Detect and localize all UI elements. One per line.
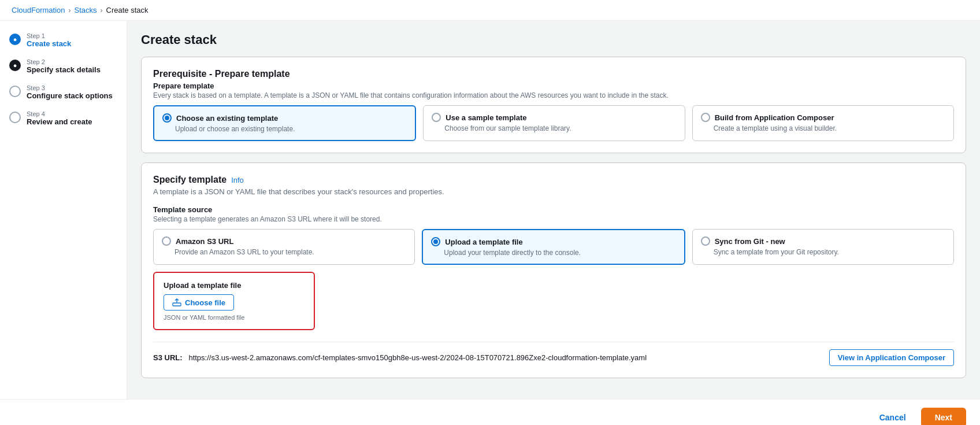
option-composer-desc: Create a template using a visual builder… — [714, 124, 945, 132]
footer: Cancel Next — [0, 399, 980, 425]
step-label-group-1: Step 1 Create stack — [27, 32, 71, 48]
radio-git — [701, 236, 710, 246]
step-circle-4 — [9, 112, 21, 123]
option-composer-header: Build from Application Composer — [701, 113, 945, 122]
radio-upload — [431, 237, 440, 246]
choose-file-label: Choose file — [185, 298, 225, 307]
breadcrumb-stacks[interactable]: Stacks — [75, 6, 97, 14]
specify-template-desc: A template is a JSON or YAML file that d… — [153, 187, 954, 196]
sidebar: ● Step 1 Create stack ● Step 2 Specify s… — [0, 21, 127, 399]
step-name-2[interactable]: Specify stack details — [27, 65, 101, 74]
step-circle-2: ● — [9, 60, 21, 71]
step-item-1: ● Step 1 Create stack — [9, 32, 117, 48]
step-name-3[interactable]: Configure stack options — [27, 91, 113, 100]
option-sample-header: Use a sample template — [432, 113, 676, 122]
s3-url-label: S3 URL: https://s3.us-west-2.amazonaws.c… — [153, 353, 647, 362]
info-link[interactable]: Info — [231, 176, 244, 184]
step-item-2: ● Step 2 Specify stack details — [9, 58, 117, 74]
s3-url-row: S3 URL: https://s3.us-west-2.amazonaws.c… — [153, 342, 954, 366]
upload-icon — [172, 298, 181, 307]
radio-existing — [162, 113, 172, 123]
option-sample-template[interactable]: Use a sample template Choose from our sa… — [423, 105, 685, 141]
option-git-title: Sync from Git - new — [715, 237, 785, 246]
template-source-options: Amazon S3 URL Provide an Amazon S3 URL t… — [153, 229, 954, 265]
s3-url-value: https://s3.us-west-2.amazonaws.com/cf-te… — [188, 353, 647, 362]
separator-1: › — [69, 6, 71, 14]
prepare-template-options: Choose an existing template Upload or ch… — [153, 105, 954, 141]
step-circle-3 — [9, 86, 21, 97]
option-s3url-title: Amazon S3 URL — [176, 237, 233, 246]
page-title: Create stack — [141, 32, 966, 47]
option-upload-desc: Upload your template directly to the con… — [444, 249, 675, 257]
next-button[interactable]: Next — [921, 408, 966, 425]
specify-template-card: Specify template Info A template is a JS… — [141, 162, 966, 378]
option-s3url-header: Amazon S3 URL — [162, 236, 406, 246]
option-s3url[interactable]: Amazon S3 URL Provide an Amazon S3 URL t… — [153, 229, 415, 265]
breadcrumb-cloudformation[interactable]: CloudFormation — [12, 6, 65, 14]
breadcrumb: CloudFormation › Stacks › Create stack — [0, 0, 980, 21]
cancel-button[interactable]: Cancel — [874, 409, 912, 425]
option-upload-header: Upload a template file — [431, 237, 675, 246]
option-sample-title: Use a sample template — [446, 113, 526, 122]
specify-template-title: Specify template — [153, 175, 227, 185]
option-sample-desc: Choose from our sample template library. — [444, 124, 676, 132]
step-item-4: Step 4 Review and create — [9, 110, 117, 126]
page-wrapper: CloudFormation › Stacks › Create stack ●… — [0, 0, 980, 425]
s3-url-prefix: S3 URL: — [153, 353, 183, 362]
step-label-group-4: Step 4 Review and create — [27, 110, 92, 126]
main-layout: ● Step 1 Create stack ● Step 2 Specify s… — [0, 21, 980, 399]
step-item-3: Step 3 Configure stack options — [9, 84, 117, 100]
step-circle-inner-2: ● — [13, 62, 17, 69]
step-number-2: Step 2 — [27, 58, 101, 65]
option-existing-header: Choose an existing template — [162, 113, 407, 123]
radio-s3url — [162, 236, 171, 246]
option-composer-template[interactable]: Build from Application Composer Create a… — [692, 105, 954, 141]
step-name-4[interactable]: Review and create — [27, 117, 92, 126]
radio-composer — [701, 113, 710, 122]
specify-title-row: Specify template Info — [153, 175, 954, 185]
step-label-group-3: Step 3 Configure stack options — [27, 84, 113, 100]
radio-sample — [432, 113, 441, 122]
option-git-header: Sync from Git - new — [701, 236, 945, 246]
breadcrumb-current: Create stack — [106, 6, 149, 14]
step-number-3: Step 3 — [27, 84, 113, 91]
template-source-label: Template source — [153, 205, 954, 214]
choose-file-button[interactable]: Choose file — [164, 294, 234, 311]
option-git-desc: Sync a template from your Git repository… — [714, 248, 945, 256]
option-existing-title: Choose an existing template — [176, 114, 278, 123]
step-label-group-2: Step 2 Specify stack details — [27, 58, 101, 74]
option-s3url-desc: Provide an Amazon S3 URL to your templat… — [175, 248, 406, 256]
upload-template-box: Upload a template file Choose file JSON … — [153, 272, 315, 330]
option-upload-file[interactable]: Upload a template file Upload your templ… — [422, 229, 685, 265]
prerequisite-card: Prerequisite - Prepare template Prepare … — [141, 57, 966, 153]
view-in-application-composer-button[interactable]: View in Application Composer — [829, 349, 954, 366]
option-existing-template[interactable]: Choose an existing template Upload or ch… — [153, 105, 416, 141]
option-upload-title: Upload a template file — [445, 238, 522, 246]
separator-2: › — [101, 6, 103, 14]
content-area: Create stack Prerequisite - Prepare temp… — [127, 21, 980, 399]
option-existing-desc: Upload or choose an existing template. — [175, 125, 407, 133]
step-circle-1: ● — [9, 34, 21, 45]
upload-box-title: Upload a template file — [164, 281, 305, 290]
option-composer-title: Build from Application Composer — [715, 113, 834, 122]
upload-hint: JSON or YAML formatted file — [164, 314, 305, 321]
step-name-1[interactable]: Create stack — [27, 39, 71, 48]
step-number-1: Step 1 — [27, 32, 71, 39]
prepare-template-desc: Every stack is based on a template. A te… — [153, 91, 954, 99]
option-sync-git[interactable]: Sync from Git - new Sync a template from… — [692, 229, 954, 265]
template-source-desc: Selecting a template generates an Amazon… — [153, 215, 954, 223]
step-number-4: Step 4 — [27, 110, 92, 117]
step-circle-inner-1: ● — [13, 36, 17, 43]
svg-rect-0 — [173, 303, 181, 306]
prerequisite-card-title: Prerequisite - Prepare template — [153, 69, 954, 79]
prepare-template-label: Prepare template — [153, 82, 954, 90]
